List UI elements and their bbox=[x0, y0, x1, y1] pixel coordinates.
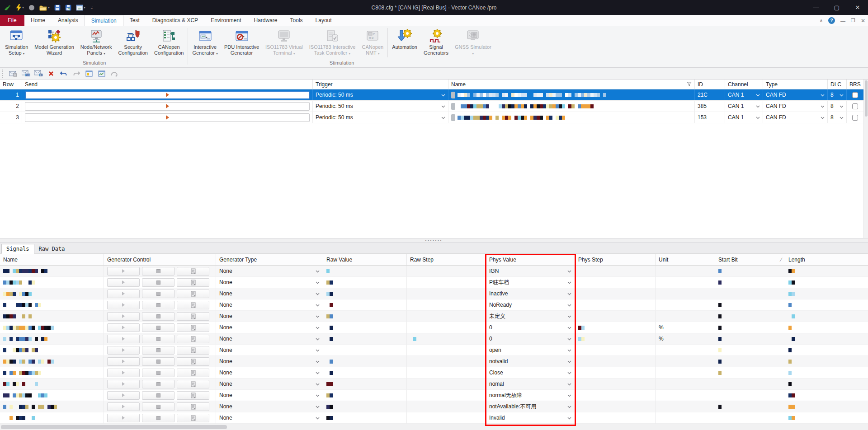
signal-row[interactable]: NoneInactive bbox=[0, 288, 868, 299]
generator-start-button[interactable] bbox=[107, 380, 140, 388]
signal-name[interactable] bbox=[0, 367, 104, 379]
phys-step-cell[interactable] bbox=[575, 277, 656, 288]
phys-value-dropdown[interactable]: notvalid bbox=[486, 356, 575, 367]
ribbon-button-pdu-interactive[interactable]: PDU InteractiveGenerator bbox=[221, 26, 262, 60]
raw-step-cell[interactable] bbox=[407, 311, 486, 322]
raw-value-cell[interactable] bbox=[323, 333, 407, 345]
signal-row[interactable]: Nonenormal无故障 bbox=[0, 390, 868, 401]
raw-step-cell[interactable] bbox=[407, 333, 486, 345]
signal-row[interactable]: None未定义 bbox=[0, 311, 868, 322]
generator-properties-button[interactable] bbox=[177, 301, 209, 309]
open-configuration-icon[interactable]: ▾ bbox=[38, 3, 51, 13]
col-header-phys-step[interactable]: Phys Step bbox=[575, 254, 656, 265]
raw-step-cell[interactable] bbox=[407, 379, 486, 390]
id-cell[interactable]: 153 bbox=[695, 112, 725, 123]
signal-row[interactable]: NoneIGN bbox=[0, 266, 868, 277]
raw-step-cell[interactable] bbox=[407, 345, 486, 356]
signal-name[interactable] bbox=[0, 379, 104, 390]
brs-checkbox[interactable] bbox=[852, 92, 858, 98]
raw-step-cell[interactable] bbox=[407, 288, 486, 299]
save-as-icon[interactable] bbox=[64, 3, 73, 13]
dlc-dropdown[interactable]: 8 bbox=[828, 89, 847, 100]
generator-start-button[interactable] bbox=[107, 335, 140, 343]
panel-view-icon[interactable] bbox=[85, 69, 94, 78]
generator-properties-button[interactable] bbox=[177, 335, 209, 343]
new-canfd-frame-icon[interactable]: FDID bbox=[21, 69, 30, 78]
generator-start-button[interactable] bbox=[107, 267, 140, 276]
phys-value-dropdown[interactable]: 0 bbox=[486, 333, 575, 345]
phys-value-dropdown[interactable]: P驻车档 bbox=[486, 277, 575, 288]
phys-step-cell[interactable] bbox=[575, 288, 656, 299]
raw-value-cell[interactable] bbox=[323, 311, 407, 322]
generator-type-dropdown[interactable]: None bbox=[216, 322, 323, 333]
col-header-name[interactable]: Name bbox=[0, 254, 104, 265]
start-measurement-icon[interactable]: ▾ bbox=[14, 3, 25, 13]
signal-name[interactable] bbox=[0, 311, 104, 322]
generator-properties-button[interactable] bbox=[177, 369, 209, 377]
signal-row[interactable]: NoneInvalid bbox=[0, 412, 868, 424]
generator-start-button[interactable] bbox=[107, 414, 140, 422]
generator-type-dropdown[interactable]: None bbox=[216, 311, 323, 322]
id-cell[interactable]: 21C bbox=[695, 89, 725, 100]
signal-name[interactable] bbox=[0, 356, 104, 367]
new-can-frame-icon[interactable]: ID bbox=[34, 69, 43, 78]
generator-stop-button[interactable] bbox=[142, 267, 175, 276]
tab-layout[interactable]: Layout bbox=[309, 15, 338, 26]
tab-raw-data[interactable]: Raw Data bbox=[34, 244, 70, 253]
ribbon-button-automation[interactable]: Automation bbox=[389, 26, 420, 60]
generator-start-button[interactable] bbox=[107, 369, 140, 377]
phys-value-dropdown[interactable]: normal无故障 bbox=[486, 390, 575, 401]
window-restore-icon[interactable]: ❐ bbox=[851, 18, 855, 23]
generator-start-button[interactable] bbox=[107, 312, 140, 321]
generator-type-dropdown[interactable]: None bbox=[216, 345, 323, 356]
generator-start-button[interactable] bbox=[107, 323, 140, 332]
raw-value-cell[interactable] bbox=[323, 277, 407, 288]
generator-properties-button[interactable] bbox=[177, 323, 209, 332]
signal-row[interactable]: None0% bbox=[0, 333, 868, 345]
generator-type-dropdown[interactable]: None bbox=[216, 356, 323, 367]
col-header-phys-value[interactable]: Phys Value bbox=[486, 254, 575, 265]
signal-row[interactable]: NoneNoReady bbox=[0, 299, 868, 311]
signal-name[interactable] bbox=[0, 322, 104, 333]
generator-start-button[interactable] bbox=[107, 290, 140, 298]
raw-value-cell[interactable] bbox=[323, 356, 407, 367]
write-window-icon[interactable]: ▾ bbox=[75, 3, 87, 13]
message-row[interactable]: 1Periodic: 50 ms21CCAN 1CAN FD8 bbox=[0, 89, 863, 101]
generator-stop-button[interactable] bbox=[142, 278, 175, 287]
generator-type-dropdown[interactable]: None bbox=[216, 299, 323, 311]
ribbon-button-canopen[interactable]: CANopenConfiguration bbox=[151, 26, 187, 60]
signal-row[interactable]: NoneP驻车档 bbox=[0, 277, 868, 288]
window-minimize-icon[interactable]: — bbox=[840, 18, 845, 23]
generator-start-button[interactable] bbox=[107, 301, 140, 309]
delete-icon[interactable] bbox=[47, 69, 56, 78]
channel-dropdown[interactable]: CAN 1 bbox=[725, 112, 763, 123]
signal-row[interactable]: NoneClose bbox=[0, 367, 868, 379]
phys-value-dropdown[interactable]: 0 bbox=[486, 322, 575, 333]
signal-name[interactable] bbox=[0, 288, 104, 299]
signal-row[interactable]: Nonenomal bbox=[0, 379, 868, 390]
generator-type-dropdown[interactable]: None bbox=[216, 412, 323, 424]
generator-type-dropdown[interactable]: None bbox=[216, 367, 323, 379]
col-header-generator-control[interactable]: Generator Control bbox=[104, 254, 216, 265]
generator-properties-button[interactable] bbox=[177, 414, 209, 422]
signal-row[interactable]: Noneopen bbox=[0, 345, 868, 356]
signal-name[interactable] bbox=[0, 412, 104, 424]
trigger-dropdown[interactable]: Periodic: 50 ms bbox=[313, 101, 448, 112]
phys-step-cell[interactable] bbox=[575, 401, 656, 412]
raw-step-cell[interactable] bbox=[407, 299, 486, 311]
close-icon[interactable]: ✕ bbox=[847, 0, 868, 15]
signal-row[interactable]: None0% bbox=[0, 322, 868, 333]
col-header-channel[interactable]: Channel bbox=[725, 79, 763, 89]
ribbon-button-node-network[interactable]: Node/NetworkPanels ▾ bbox=[77, 26, 115, 60]
raw-value-cell[interactable] bbox=[323, 412, 407, 424]
generator-stop-button[interactable] bbox=[142, 380, 175, 388]
dlc-dropdown[interactable]: 8 bbox=[828, 101, 847, 112]
generator-properties-button[interactable] bbox=[177, 278, 209, 287]
generator-type-dropdown[interactable]: None bbox=[216, 288, 323, 299]
message-name[interactable] bbox=[448, 89, 695, 100]
row-number[interactable]: 1 bbox=[0, 89, 22, 100]
tab-home[interactable]: Home bbox=[24, 15, 52, 26]
col-header-length[interactable]: Length bbox=[785, 254, 868, 265]
raw-value-cell[interactable] bbox=[323, 322, 407, 333]
col-header-unit[interactable]: Unit bbox=[656, 254, 715, 265]
